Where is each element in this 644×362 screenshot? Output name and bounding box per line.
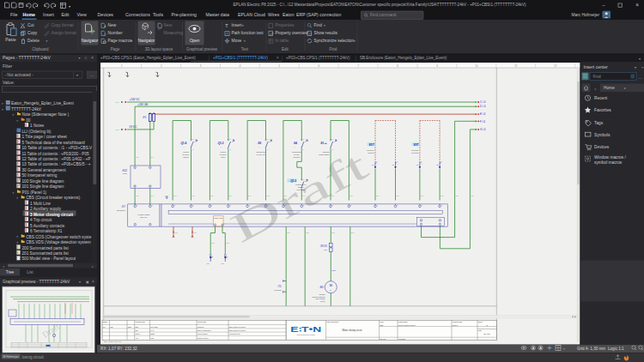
svg-text:▾: ▾ [76,73,78,77]
svg-text:-S1 ↦: -S1 ↦ [320,142,328,145]
svg-text:CBS: CBS [380,324,384,326]
svg-text:Property overview: Property overview [276,31,309,35]
svg-text:+P03+CBS.CPS/1 (TTTTTTTT-24kV): +P03+CBS.CPS/1 (TTTTTTTT-24kV) [286,56,350,60]
svg-text:13: 13 [267,139,269,140]
svg-text:Open: Open [190,39,200,43]
svg-text:▾: ▾ [563,347,565,351]
svg-text:C /.4: C /.4 [480,100,486,104]
svg-text:Controlled: Controlled [292,151,301,153]
svg-text:LLI (Ordering lit): LLI (Ordering lit) [22,130,52,134]
svg-text:-K9-X1: -K9-X1 [320,244,328,248]
svg-text:Powering Business Worldwide: Powering Business Worldwide [297,335,316,335]
svg-text:×: × [635,2,639,8]
svg-text:Project number: Project number [197,333,209,335]
svg-text:In table: In table [276,39,289,43]
svg-text:Edit: Edit [282,47,289,51]
svg-text:Panel 1: Panel 1 [453,324,459,326]
svg-text:Number: Number [108,31,123,35]
svg-text:◂: ◂ [3,265,4,268]
svg-text:Xiria family: Xiria family [398,338,406,340]
svg-text:2 Auxiliary supply: 2 Auxiliary supply [30,207,62,211]
svg-text:CBS.VDS (Voltage detection sys: CBS.VDS (Voltage detection system [26,240,91,244]
svg-text:Date: Date [110,326,113,328]
svg-text:losing circuit: losing circuit [22,355,45,359]
svg-text:Page: Page [478,329,482,331]
svg-text:CBS.COS (Changeover switch sys: CBS.COS (Changeover switch syste [26,235,91,239]
svg-text:Graphical preview: Graphical preview [186,47,218,51]
svg-text:1: 1 [174,204,175,206]
svg-text:▾: ▾ [16,241,18,244]
svg-text:RX: 1,07 RY: 232,32: RX: 1,07 RY: 232,32 [100,347,137,351]
svg-text:breaker: breaker [183,154,190,155]
svg-text:Copy: Copy [27,31,38,35]
svg-text:-Q1.2: -Q1.2 [217,142,224,145]
svg-text:Graphical preview - TTTTTTTT-2: Graphical preview - TTTTTTTT-24kV [3,280,70,284]
svg-text:▾: ▾ [79,281,81,284]
svg-text:13: 13 [192,139,194,140]
svg-text:Page description: Page description [326,321,338,323]
svg-text:blocking: blocking [274,289,282,291]
svg-text:-K7: -K7 [121,205,125,208]
svg-text:12-1-2025: 12-1-2025 [150,326,157,328]
svg-text:G /.4: G /.4 [480,128,486,131]
svg-text:Show results: Show results [314,31,338,35]
svg-text:and closing: and closing [315,298,325,299]
svg-text:Insert: Insert [232,23,243,27]
svg-text:Controller: Controller [117,209,126,212]
svg-text:▾: ▾ [242,24,244,27]
svg-text:and Vcc: and Vcc [140,216,148,218]
svg-text:P01 (Panel 1): P01 (Panel 1) [22,190,47,195]
svg-text:Status: Status [103,321,107,323]
svg-text:12: 12 [554,64,557,68]
svg-text:5 Technical data of the switch: 5 Technical data of the switchboard [22,141,86,145]
svg-text:Date: Date [135,326,138,328]
svg-text:Devices: Devices [98,12,114,17]
svg-text:Inst. type: Inst. type [380,338,386,340]
svg-text:▾: ▾ [16,119,18,123]
svg-text:▾: ▾ [354,39,355,43]
svg-text:closing: closing [368,152,374,154]
svg-text:Insert: Insert [43,12,55,17]
svg-text:×: × [92,280,94,284]
svg-text:▾: ▾ [79,56,81,60]
svg-text:14: 14 [229,149,231,150]
svg-text:Window macros /: Window macros / [594,155,626,160]
svg-text:▾: ▾ [244,39,246,43]
svg-text:by the IQ: by the IQ [257,154,265,155]
svg-text:Cut: Cut [27,23,34,27]
svg-text:1: 1 [152,204,153,206]
svg-text:13 Table of contents : +P06+CB: 13 Table of contents : +P06+CBS/5 - + [22,162,91,166]
svg-text:12 Table of contents : +P05.1/: 12 Table of contents : +P05.1/402 - +P [22,157,91,161]
svg-text:switch: switch [298,186,304,188]
svg-text:2W0: 2W0 [332,269,337,271]
svg-text:-S5: -S5 [258,142,262,145]
svg-text:◂: ◂ [594,87,596,91]
svg-text:SB.Enclosure (Eaton_Hengelo_Ep: SB.Enclosure (Eaton_Hengelo_Eplan_Live_E… [360,56,447,60]
svg-text:101 Single line diagram: 101 Single line diagram [22,184,64,189]
svg-text:1: 1 [192,204,193,206]
svg-text:Assign format: Assign format [52,31,77,35]
svg-text:+P03+CBS.CPS/1 (Eaton_Hengelo_: +P03+CBS.CPS/1 (Eaton_Hengelo_Eplan_Live… [100,56,196,60]
svg-text:⚭: ⚭ [641,65,644,69]
svg-text:11: 11 [514,64,517,68]
svg-text:LD /100: LD /100 [483,333,490,335]
svg-text:Home: Home [23,12,36,17]
svg-text:Marc Hofmeijer: Marc Hofmeijer [571,13,599,17]
svg-text:E /.4: E /.4 [480,112,486,116]
svg-text:1: 1 [441,204,442,206]
svg-text:JEEN: JEEN [150,333,155,335]
svg-text:Find: Find [330,47,337,51]
svg-text:6 Terminalstrip X1: 6 Terminalstrip X1 [30,229,63,233]
svg-text:EXT: EXT [414,143,419,147]
svg-text:breaker: breaker [220,154,227,155]
svg-text:1 Title page / cover sheet: 1 Title page / cover sheet [22,135,68,139]
svg-text:▾: ▾ [13,191,15,195]
svg-text:Devices: Devices [594,145,610,149]
svg-text:New: New [108,23,117,27]
svg-text:Delete: Delete [27,39,39,43]
svg-text:operating: operating [296,189,305,190]
svg-text:-Y5: -Y5 [277,285,282,288]
svg-text:selector: selector [293,156,300,158]
svg-text:▾: ▾ [639,57,641,61]
svg-text:3 Motor closing circuit: 3 Motor closing circuit [30,213,73,217]
